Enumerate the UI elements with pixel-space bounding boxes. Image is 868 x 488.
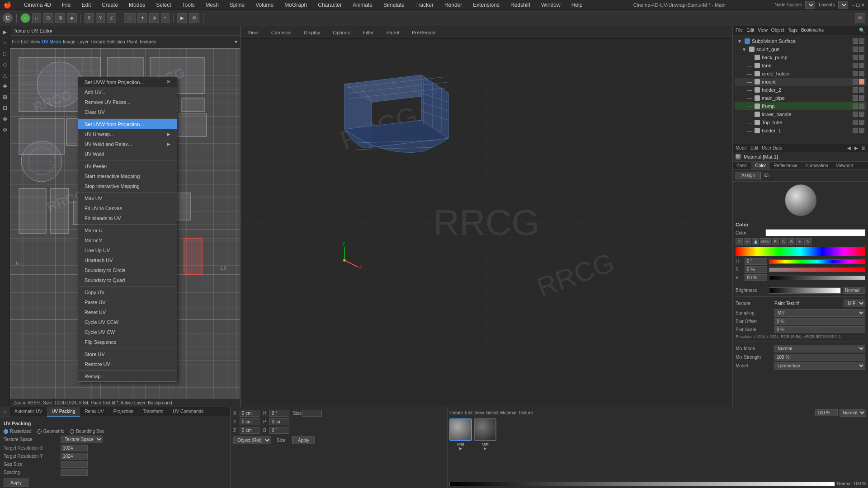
left-icon-5[interactable]: △ <box>1 71 9 80</box>
menu-fit-islands[interactable]: Fit Islands to UV <box>78 213 177 223</box>
menu-set-uvw[interactable]: Set UVW from Projection... <box>78 119 177 129</box>
menu-start-interactive[interactable]: Start Interactive Mapping <box>78 171 177 181</box>
menu-copy-uv[interactable]: Copy UV <box>78 287 177 297</box>
blur-scale-input[interactable] <box>774 326 865 333</box>
tree-main-pipe[interactable]: — main_pipe <box>735 94 866 102</box>
x-input[interactable] <box>240 410 259 417</box>
wheel-icon[interactable]: ⊙ <box>736 238 743 245</box>
tool-select-rect[interactable]: □ <box>32 13 41 23</box>
tab-viewport[interactable]: Viewport <box>832 162 857 169</box>
menu-cycle-cw[interactable]: Cycle UV CW <box>78 327 177 337</box>
tool-x[interactable]: X <box>85 13 94 23</box>
scene-header-bookmarks[interactable]: Bookmarks <box>801 28 824 33</box>
tool-camera[interactable]: 🎥 <box>124 13 136 23</box>
pump-tags[interactable] <box>859 103 864 109</box>
userdata-btn[interactable]: User Data <box>762 145 782 150</box>
h-input[interactable] <box>745 258 767 265</box>
tree-pump[interactable]: — Pump <box>735 102 866 110</box>
tool-light[interactable]: ✦ <box>137 13 147 23</box>
menu-lineup-uv[interactable]: Line Up UV <box>78 245 177 255</box>
nav-forward-icon[interactable]: ▶ <box>854 145 858 150</box>
tree-circle-holder[interactable]: — circle_holder <box>735 70 866 78</box>
left-icon-4[interactable]: ◇ <box>1 61 9 69</box>
res-y-input[interactable] <box>61 453 88 460</box>
copy-icon[interactable]: + <box>796 238 803 245</box>
layouts-select[interactable] <box>838 1 848 9</box>
toolbar-image[interactable]: Image <box>63 39 75 44</box>
toolbar-layer[interactable]: Layer <box>77 39 89 44</box>
paste-icon[interactable]: ✎ <box>804 238 811 245</box>
h2-vis[interactable] <box>853 87 858 93</box>
menu-max-uv[interactable]: Max UV <box>78 193 177 203</box>
menu-boundary-quad[interactable]: Boundary to Quad <box>78 275 177 285</box>
menu-store-uv[interactable]: Store UV <box>78 349 177 359</box>
geometric-radio[interactable] <box>37 429 42 434</box>
vp-tab-prerender[interactable]: PreRender <box>408 28 439 37</box>
tab-uv-commands[interactable]: UV Commands <box>168 407 208 417</box>
menu-tracker[interactable]: Tracker <box>414 1 435 9</box>
picker-icon[interactable]: ✏ <box>744 238 751 245</box>
s-input[interactable] <box>745 266 767 273</box>
menu-simulate[interactable]: Simulate <box>382 1 406 9</box>
texture-btn[interactable]: Texture <box>518 410 533 415</box>
tool-extrude[interactable]: ⊞ <box>55 13 65 23</box>
normal-select[interactable]: Normal <box>840 409 866 417</box>
cinema4d-logo[interactable]: C <box>3 13 13 23</box>
scene-header-object[interactable]: Object <box>771 28 784 33</box>
scene-header-view[interactable]: View <box>758 28 768 33</box>
spacing-input[interactable] <box>61 469 88 476</box>
tree-holder1[interactable]: — holder_1 <box>735 127 866 135</box>
vp-tab-view[interactable]: View <box>244 28 262 37</box>
menu-boundary-circle[interactable]: Boundary to Circle <box>78 265 177 275</box>
mat2-thumb[interactable]: Mat ▶ <box>474 418 496 450</box>
sampling-select[interactable]: MIP <box>844 300 865 307</box>
gap-size-input[interactable] <box>61 461 88 468</box>
h1-vis[interactable] <box>853 128 858 133</box>
color-swatch[interactable] <box>765 229 865 236</box>
h-gradient[interactable] <box>769 259 865 264</box>
toolbar-paint[interactable]: Paint <box>127 39 137 44</box>
tank-tags[interactable] <box>859 63 864 68</box>
view-timeline-btn[interactable]: View <box>474 410 484 415</box>
tree-mount[interactable]: — mount <box>735 78 866 86</box>
size-input2[interactable] <box>275 437 288 443</box>
menu-animate[interactable]: Animate <box>351 1 374 9</box>
rasterized-radio[interactable] <box>4 429 8 434</box>
menu-uv-weld-relax[interactable]: UV Weld and Relax... ▶ <box>78 139 177 149</box>
menu-remove-uv[interactable]: Remove UV Faces... <box>78 97 177 107</box>
menu-add-uv[interactable]: Add UV... <box>78 87 177 97</box>
menu-uv-peeler[interactable]: UV Peeler <box>78 161 177 171</box>
lh-tags[interactable] <box>859 112 864 117</box>
scene-header-edit[interactable]: Edit <box>746 28 754 33</box>
scene-header-tags[interactable]: Tags <box>788 28 797 33</box>
p-input[interactable] <box>269 418 289 425</box>
zoom-input[interactable] <box>815 409 838 416</box>
toolbar-file[interactable]: File <box>12 39 19 44</box>
mix-strength-input[interactable] <box>774 354 865 361</box>
bounding-radio[interactable] <box>70 429 74 434</box>
menu-modes[interactable]: Modes <box>127 1 147 9</box>
model-select[interactable]: Lambertian <box>774 362 865 370</box>
eyedrop-icon[interactable]: 💧 <box>752 238 759 245</box>
menu-paste-uv[interactable]: Paste UV <box>78 297 177 307</box>
menu-unattach-uv[interactable]: Unattach UV <box>78 255 177 265</box>
toolbar-textures[interactable]: Textures <box>139 39 156 44</box>
left-icon-8[interactable]: ⊡ <box>1 104 9 112</box>
menu-remap[interactable]: Remap... <box>78 371 177 381</box>
scene-tree[interactable]: ▼ Subdivision Surface ▼ squirt_gun <box>733 35 868 144</box>
tree-vis-2[interactable] <box>853 47 858 52</box>
pump-vis[interactable] <box>853 103 858 109</box>
z-input[interactable] <box>240 427 259 434</box>
v-input[interactable] <box>745 274 767 281</box>
menu-reset-uv[interactable]: Reset UV <box>78 307 177 317</box>
menu-spline[interactable]: Spline <box>228 1 246 9</box>
rasterized-option[interactable]: Rasterized <box>4 429 32 434</box>
node-spaces-select[interactable] <box>805 1 815 9</box>
menu-help[interactable]: Help <box>570 1 585 9</box>
menu-create[interactable]: Create <box>100 1 120 9</box>
s-gradient[interactable] <box>769 267 865 272</box>
menu-select[interactable]: Select <box>154 1 173 9</box>
vp-tab-cameras[interactable]: Cameras <box>268 28 295 37</box>
ch-vis[interactable] <box>853 71 858 76</box>
h1-tags[interactable] <box>859 128 864 133</box>
